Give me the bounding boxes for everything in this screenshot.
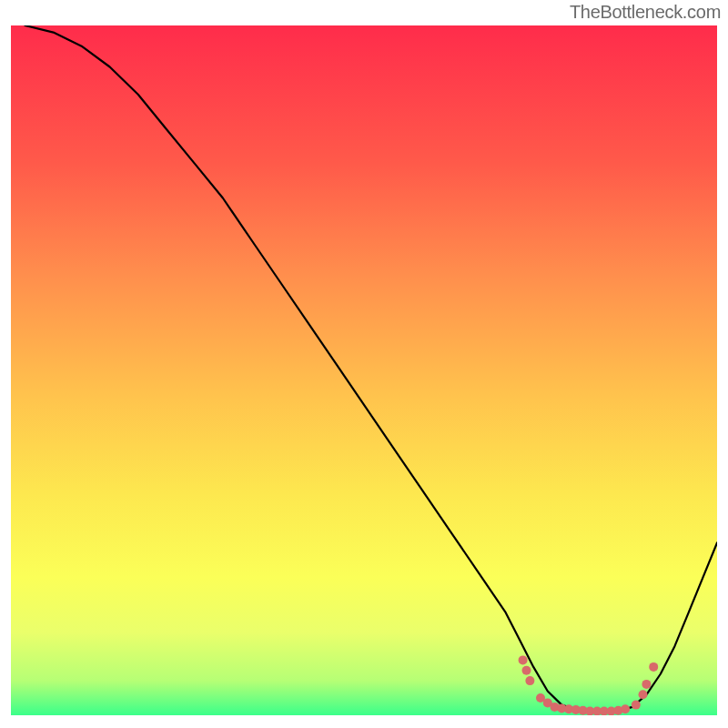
marker-dot <box>525 676 534 685</box>
curve-line <box>25 25 718 712</box>
marker-dot <box>621 704 630 713</box>
chart-svg <box>11 25 717 715</box>
marker-dot <box>649 662 658 672</box>
marker-dot <box>632 701 641 710</box>
marker-dot <box>522 666 531 675</box>
chart-plot-area <box>11 25 717 715</box>
marker-dot <box>639 690 648 699</box>
marker-dot <box>642 680 651 689</box>
marker-dot <box>519 655 528 664</box>
marker-dots <box>519 655 659 715</box>
watermark-text: TheBottleneck.com <box>570 2 721 23</box>
